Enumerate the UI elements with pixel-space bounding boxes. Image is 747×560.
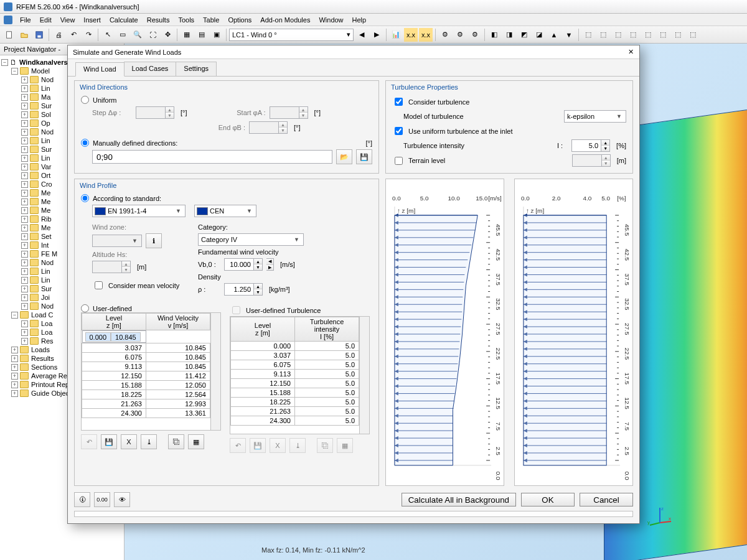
preview-icon[interactable]: 👁 bbox=[114, 492, 130, 507]
dialog-titlebar[interactable]: Simulate and Generate Wind Loads ✕ bbox=[68, 45, 639, 59]
view-icon[interactable]: ▣ bbox=[210, 28, 223, 42]
check-mean-velocity[interactable] bbox=[95, 281, 103, 289]
redo-icon[interactable]: ↷ bbox=[82, 28, 95, 42]
expand-icon[interactable]: + bbox=[21, 129, 28, 136]
help-icon[interactable]: 🛈 bbox=[74, 492, 90, 507]
tab-settings[interactable]: Settings bbox=[176, 62, 217, 76]
table-row[interactable]: 3.03710.845 bbox=[82, 343, 210, 353]
module3-icon[interactable]: ◩ bbox=[517, 28, 531, 42]
expand-icon[interactable]: + bbox=[11, 390, 18, 397]
radio-according[interactable] bbox=[81, 194, 89, 202]
x8-icon[interactable]: ⬚ bbox=[686, 28, 700, 42]
menu-view[interactable]: View bbox=[57, 15, 79, 25]
expand-icon[interactable]: + bbox=[21, 155, 28, 162]
table-row[interactable]: 18.2255.0 bbox=[231, 398, 359, 407]
xx-icon[interactable]: x.x bbox=[404, 28, 418, 42]
save-icon[interactable] bbox=[32, 28, 46, 42]
menu-addon[interactable]: Add-on Modules bbox=[256, 15, 314, 25]
select-icon[interactable]: ▭ bbox=[116, 28, 129, 42]
menu-tools[interactable]: Tools bbox=[174, 15, 198, 25]
table-row[interactable]: 15.18812.050 bbox=[82, 381, 210, 390]
calculate-button[interactable]: Calculate All in Background bbox=[402, 493, 516, 506]
check-consider-turbulence[interactable] bbox=[395, 98, 403, 106]
next-icon[interactable]: ▶ bbox=[370, 28, 383, 42]
expand-icon[interactable]: + bbox=[21, 111, 28, 118]
module4-icon[interactable]: ◪ bbox=[532, 28, 546, 42]
tool2-icon[interactable]: ⚙ bbox=[453, 28, 467, 42]
menubar[interactable]: File Edit View Insert Calculate Results … bbox=[0, 14, 747, 26]
close-icon[interactable]: ✕ bbox=[622, 46, 639, 58]
step-left-icon[interactable]: ◀ bbox=[266, 259, 273, 265]
scrollbar[interactable] bbox=[210, 313, 220, 430]
select-standard[interactable]: EN 1991-1-4▼ bbox=[92, 205, 186, 217]
ok-button[interactable]: OK bbox=[521, 493, 575, 506]
input-intensity[interactable]: ▲▼ bbox=[571, 139, 610, 152]
undo-icon[interactable]: ↶ bbox=[67, 28, 80, 42]
collapse-icon[interactable]: − bbox=[1, 59, 8, 66]
calc-icon[interactable]: ▦ bbox=[188, 434, 204, 449]
menu-options[interactable]: Options bbox=[224, 15, 255, 25]
step-right-icon[interactable]: ▶ bbox=[266, 265, 273, 271]
check-terrain[interactable] bbox=[395, 157, 403, 165]
x1-icon[interactable]: ⬚ bbox=[581, 28, 595, 42]
zoom-icon[interactable]: 🔍 bbox=[131, 28, 144, 42]
radio-manual[interactable] bbox=[81, 139, 89, 147]
expand-icon[interactable]: + bbox=[21, 120, 28, 127]
module1-icon[interactable]: ◧ bbox=[487, 28, 501, 42]
expand-icon[interactable]: + bbox=[11, 364, 18, 371]
open-folder-icon[interactable]: 📂 bbox=[336, 149, 352, 164]
x6-icon[interactable]: ⬚ bbox=[656, 28, 670, 42]
x5-icon[interactable]: ⬚ bbox=[641, 28, 655, 42]
expand-icon[interactable]: + bbox=[21, 294, 28, 301]
tab-wind-load[interactable]: Wind Load bbox=[75, 62, 125, 77]
tree-load[interactable]: Load C bbox=[31, 311, 53, 319]
x7-icon[interactable]: ⬚ bbox=[671, 28, 685, 42]
expand-icon[interactable]: + bbox=[21, 277, 28, 284]
expand-icon[interactable]: + bbox=[11, 347, 18, 353]
collapse-icon[interactable]: − bbox=[11, 312, 18, 319]
table-row[interactable]: 12.15011.412 bbox=[82, 371, 210, 381]
module6-icon[interactable]: ▼ bbox=[562, 28, 576, 42]
table-row[interactable]: 21.2635.0 bbox=[231, 407, 359, 416]
table-row[interactable]: 3.0375.0 bbox=[231, 351, 359, 360]
tab-load-cases[interactable]: Load Cases bbox=[124, 62, 177, 76]
expand-icon[interactable]: + bbox=[21, 286, 28, 292]
table-row[interactable]: 9.1135.0 bbox=[231, 370, 359, 379]
menu-results[interactable]: Results bbox=[143, 15, 174, 25]
select-category[interactable]: Category IV▼ bbox=[198, 233, 304, 246]
table-row[interactable]: 9.11310.845 bbox=[82, 362, 210, 371]
table-row[interactable]: 24.3005.0 bbox=[231, 416, 359, 426]
expand-icon[interactable]: + bbox=[21, 225, 28, 231]
expand-icon[interactable]: + bbox=[21, 242, 28, 249]
input-manual-directions[interactable] bbox=[92, 150, 332, 164]
grid-icon[interactable]: ▤ bbox=[195, 28, 209, 42]
expand-icon[interactable]: + bbox=[21, 190, 28, 197]
xx2-icon[interactable]: x.x bbox=[419, 28, 433, 42]
menu-table[interactable]: Table bbox=[199, 15, 223, 25]
menu-edit[interactable]: Edit bbox=[36, 15, 55, 25]
open-icon[interactable] bbox=[17, 28, 31, 42]
x4-icon[interactable]: ⬚ bbox=[626, 28, 640, 42]
prev-icon[interactable]: ◀ bbox=[355, 28, 369, 42]
tool3-icon[interactable]: ⚙ bbox=[468, 28, 482, 42]
expand-icon[interactable]: + bbox=[21, 303, 28, 310]
excel-icon[interactable]: X bbox=[121, 434, 137, 449]
module2-icon[interactable]: ◨ bbox=[502, 28, 516, 42]
table-row[interactable]: 21.26312.993 bbox=[82, 399, 210, 409]
x2-icon[interactable]: ⬚ bbox=[596, 28, 610, 42]
expand-icon[interactable]: + bbox=[21, 268, 28, 275]
expand-icon[interactable]: + bbox=[21, 94, 28, 101]
tool-icon[interactable]: ⚙ bbox=[438, 28, 452, 42]
copy-icon[interactable]: ⿻ bbox=[168, 434, 184, 449]
expand-icon[interactable]: + bbox=[21, 164, 28, 170]
input-rho[interactable]: ▲▼ bbox=[224, 283, 263, 296]
menu-calculate[interactable]: Calculate bbox=[106, 15, 142, 25]
table-row[interactable]: 15.1885.0 bbox=[231, 388, 359, 398]
table-velocity[interactable]: Levelz [m]Wind Velocityv [m/s] 0.00010.8… bbox=[81, 312, 221, 431]
expand-icon[interactable]: + bbox=[21, 338, 28, 345]
info-icon[interactable]: ℹ bbox=[146, 233, 162, 248]
expand-icon[interactable]: + bbox=[21, 207, 28, 214]
save-disk-icon[interactable]: 💾 bbox=[356, 149, 372, 164]
expand-icon[interactable]: + bbox=[21, 77, 28, 83]
new-icon[interactable] bbox=[2, 28, 16, 42]
